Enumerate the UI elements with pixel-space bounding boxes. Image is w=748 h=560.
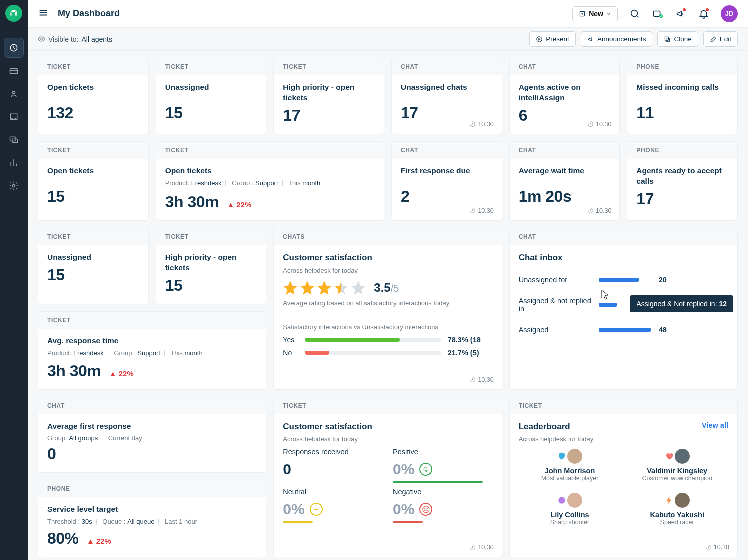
timestamp: 10.30 <box>588 208 612 214</box>
availability-icon[interactable] <box>652 8 664 20</box>
star-rating: 3.5/5 <box>283 280 492 296</box>
cursor-icon <box>601 290 610 302</box>
nav-reports[interactable] <box>4 153 24 173</box>
clone-button[interactable]: Clone <box>658 32 698 47</box>
bolt-icon <box>665 496 674 505</box>
smile-icon: ☺ <box>420 463 432 476</box>
card-csat-chat[interactable]: CHATS Customer satisfaction Across helpd… <box>274 228 502 390</box>
card-agents-active[interactable]: CHAT Agents active on intelliAssign6 10.… <box>510 58 620 134</box>
card-unassigned-2[interactable]: TICKET Unassigned15 <box>38 228 149 304</box>
svg-point-11 <box>537 36 542 42</box>
view-all-link[interactable]: View all <box>702 422 728 430</box>
card-unassigned-chats[interactable]: CHAT Unassigned chats17 10.30 <box>392 58 502 134</box>
svg-point-10 <box>41 38 43 40</box>
nav-dashboard[interactable] <box>4 38 24 58</box>
shield-icon <box>558 452 566 461</box>
nav-tickets[interactable] <box>4 61 24 81</box>
page-title: My Dashboard <box>58 8 120 19</box>
card-leaderboard[interactable]: TICKET View all Leaderboard Across helpd… <box>510 397 738 558</box>
card-unassigned[interactable]: TICKET Unassigned15 <box>156 58 267 134</box>
positive: Positive 0% ☺ <box>393 448 493 483</box>
negative: Negative 0% ☹ <box>393 488 493 523</box>
card-filters: Threshold : 30s Queue : All queue Last 1… <box>48 518 257 526</box>
yes-bar: Yes 78.3% (18 <box>283 336 492 344</box>
leader-item: Lily CollinsSharp shooter <box>519 493 622 526</box>
inbox-row: Assigned 48 <box>519 326 728 334</box>
avatar-icon <box>675 493 690 508</box>
new-button-label: New <box>589 10 604 18</box>
new-button[interactable]: New <box>572 6 618 22</box>
card-avg-first-response[interactable]: CHAT Average first response Group: All g… <box>38 397 266 474</box>
card-filters: Group: All groups Current day <box>48 434 257 442</box>
app-logo[interactable] <box>6 5 22 22</box>
announcement-icon[interactable] <box>675 8 687 20</box>
neutral-icon: – <box>310 503 323 516</box>
nav-chat[interactable] <box>4 130 24 150</box>
user-avatar[interactable]: JD <box>721 6 738 22</box>
timestamp: 10.30 <box>470 376 494 384</box>
svg-point-5 <box>13 185 16 188</box>
card-first-response[interactable]: CHAT First response due2 10.30 <box>392 142 502 221</box>
svg-point-14 <box>558 498 566 504</box>
card-csat-ticket[interactable]: TICKET Customer satisfaction Across help… <box>274 397 502 558</box>
timestamp: 10.30 <box>706 544 730 551</box>
timestamp: 10.30 <box>470 208 494 214</box>
svg-rect-8 <box>654 11 660 16</box>
card-service-level[interactable]: PHONE Service level target Threshold : 3… <box>38 480 266 558</box>
timestamp: 10.30 <box>588 121 612 128</box>
card-agents-ready[interactable]: PHONE Agents ready to accept calls17 <box>627 142 738 221</box>
svg-rect-12 <box>666 38 670 42</box>
leader-item: John MorrisonMost valuable player <box>519 449 622 482</box>
timestamp: 10.30 <box>470 544 494 551</box>
responses-received: Responses received 0 <box>283 448 383 483</box>
card-open-tickets-time[interactable]: TICKET Open tickets Product: Freshdesk G… <box>156 142 384 221</box>
svg-rect-13 <box>666 37 669 40</box>
notification-icon[interactable] <box>698 8 710 20</box>
avatar-icon <box>675 449 690 464</box>
search-icon[interactable] <box>629 8 641 20</box>
visibility-indicator: Visible to: All agents <box>38 36 112 44</box>
card-filters: Product: Freshdesk Group : Support This … <box>48 350 257 357</box>
nav-settings[interactable] <box>4 176 24 196</box>
heart-icon <box>665 452 674 461</box>
leader-item: Valdimir KingsleyCustomer wow champion <box>626 449 728 482</box>
svg-rect-1 <box>10 69 18 74</box>
card-filters: Product: Freshdesk Group : Support This … <box>166 180 375 187</box>
card-chat-inbox[interactable]: CHAT Chat inbox Unassigned for 20 Assign… <box>510 228 738 390</box>
card-open-tickets-2[interactable]: TICKET Open tickets15 <box>38 142 149 221</box>
trend-indicator: ▲ 22% <box>87 537 112 546</box>
leader-item: Kabuto YakushiSpeed racer <box>626 493 728 526</box>
menu-toggle[interactable] <box>38 8 49 20</box>
card-high-priority-2[interactable]: TICKET High priority - open tickets15 <box>156 228 267 304</box>
present-button[interactable]: Present <box>530 32 576 47</box>
trend-indicator: ▲ 22% <box>227 200 252 209</box>
edit-button[interactable]: Edit <box>704 32 738 47</box>
card-missed-calls[interactable]: PHONE Missed incoming calls11 <box>627 58 738 134</box>
chart-tooltip: Assigned & Not replied in: 12 <box>630 296 734 312</box>
avatar-icon <box>568 493 582 508</box>
avatar-icon <box>568 449 582 464</box>
svg-point-7 <box>632 10 638 16</box>
neutral: Neutral 0% – <box>283 488 383 523</box>
svg-point-2 <box>13 92 16 94</box>
nav-solutions[interactable] <box>4 107 24 127</box>
no-bar: No 21.7% (5) <box>283 349 492 357</box>
card-avg-response[interactable]: TICKET Avg. response time Product: Fresh… <box>38 312 266 390</box>
timestamp: 10.30 <box>470 121 494 128</box>
frown-icon: ☹ <box>420 503 432 516</box>
trend-indicator: ▲ 22% <box>110 370 134 378</box>
card-high-priority[interactable]: TICKET High priority - open tickets17 <box>274 58 384 134</box>
inbox-row: Unassigned for 20 <box>519 276 728 284</box>
target-icon <box>558 496 566 505</box>
card-avg-wait[interactable]: CHAT Average wait time1m 20s 10.30 <box>510 142 620 221</box>
announcements-button[interactable]: Announcements <box>581 32 653 47</box>
card-open-tickets[interactable]: TICKET Open tickets132 <box>38 58 149 134</box>
nav-contacts[interactable] <box>4 84 24 104</box>
